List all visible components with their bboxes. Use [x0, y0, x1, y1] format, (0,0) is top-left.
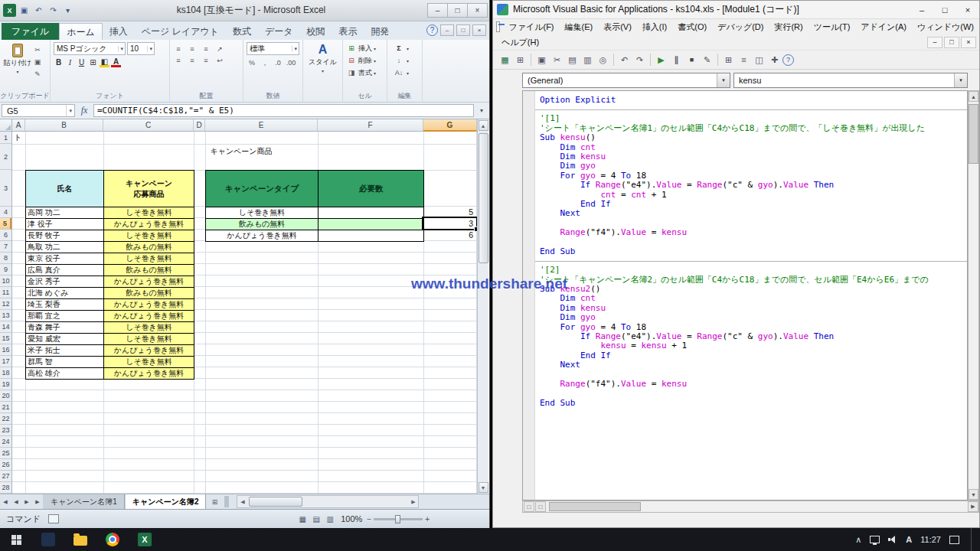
fill-color-icon[interactable]: ◧	[100, 57, 109, 67]
vba-horizontal-scroll-thumb[interactable]	[549, 502, 641, 511]
underline-button[interactable]: U	[77, 57, 87, 67]
col-header-A[interactable]: A	[12, 119, 25, 132]
save-icon[interactable]: ▣	[18, 4, 31, 17]
vba-code[interactable]: Option Explicit'[1]'シート「キャンペーン名簿1」のセル範囲「…	[535, 91, 967, 500]
code-line[interactable]: Range("f4").Value = kensu	[540, 380, 967, 389]
row-header-17[interactable]: 17	[0, 356, 11, 367]
header-name[interactable]: 氏名	[26, 171, 104, 207]
ribbon-tab[interactable]: 数式	[226, 23, 258, 40]
row-header-3[interactable]: 3	[0, 170, 11, 207]
maximize-button[interactable]: □	[447, 3, 468, 18]
align-bottom-icon[interactable]: ≡	[201, 44, 211, 54]
code-line[interactable]: Option Explicit	[540, 96, 967, 105]
taskbar-excel[interactable]: X	[129, 528, 161, 551]
cell-name[interactable]: 長野 牧子	[26, 230, 104, 242]
vba-scroll-down-icon[interactable]: ▼	[969, 489, 978, 500]
redo-icon[interactable]: ↷	[632, 53, 647, 67]
ribbon-tab[interactable]: 表示	[332, 23, 364, 40]
fill-button[interactable]: ↓▾	[390, 54, 419, 67]
qat-customize-icon[interactable]: ▾	[61, 4, 74, 17]
name-box[interactable]: G5▾	[2, 104, 75, 117]
cell-name[interactable]: 那覇 宜之	[26, 311, 104, 322]
prev-sheet-icon[interactable]: ◀	[11, 494, 21, 509]
row-header-2[interactable]: 2	[0, 144, 11, 170]
vertical-scroll-thumb[interactable]	[479, 133, 488, 263]
procedure-view-icon[interactable]: □	[524, 501, 534, 512]
cell-name[interactable]: 高岡 功二	[26, 207, 104, 219]
zoom-out-icon[interactable]: −	[367, 515, 371, 523]
row-header-10[interactable]: 10	[0, 276, 11, 287]
menu-item[interactable]: ウィンドウ(W)	[912, 20, 979, 34]
ribbon-tab[interactable]: 挿入	[103, 23, 135, 40]
menu-item[interactable]: 挿入(I)	[637, 20, 672, 34]
cell-needed[interactable]	[318, 230, 424, 242]
cell-name[interactable]: 青森 舞子	[26, 322, 104, 334]
comma-icon[interactable]: ,	[260, 57, 270, 67]
menu-item[interactable]: アドイン(A)	[855, 20, 912, 34]
scroll-right-icon[interactable]: ▶	[408, 496, 418, 507]
page-break-view-icon[interactable]: ▥	[324, 514, 336, 524]
autosum-button[interactable]: Σ▾	[390, 42, 419, 54]
font-name-dropdown-icon[interactable]: ▾	[118, 46, 125, 52]
cell-campaign[interactable]: しそ巻き無料	[104, 334, 194, 345]
col-header-D[interactable]: D	[194, 119, 205, 132]
cell-name[interactable]: 北海 めぐみ	[26, 288, 104, 299]
cell-count-value[interactable]: 6	[423, 230, 476, 241]
child-close-button[interactable]: ×	[961, 37, 976, 48]
dropdown-icon[interactable]: ▾	[374, 70, 376, 76]
cell-campaign[interactable]: 飲みもの無料	[104, 265, 194, 276]
find-icon[interactable]: ◎	[596, 53, 610, 67]
cell-name[interactable]: 埼玉 梨香	[26, 299, 104, 311]
format-painter-icon[interactable]: ✎	[32, 69, 43, 79]
dropdown-icon[interactable]: ▾	[374, 46, 376, 51]
cell-name[interactable]: 金沢 秀子	[26, 276, 104, 288]
font-color-icon[interactable]: A	[111, 57, 121, 67]
object-browser-icon[interactable]: ◫	[752, 53, 766, 67]
vba-scroll-right-icon[interactable]: ▶	[968, 501, 978, 512]
macro-record-icon[interactable]	[48, 514, 59, 523]
ribbon-tab[interactable]: ホーム	[59, 23, 103, 40]
cell-campaign-type[interactable]: しそ巻き無料	[206, 207, 318, 219]
menu-item[interactable]: 表示(V)	[598, 20, 637, 34]
row-header-27[interactable]: 27	[0, 471, 11, 482]
child-restore-button[interactable]: □	[944, 37, 959, 48]
number-format-dropdown-icon[interactable]: ▾	[292, 46, 299, 52]
row-header-26[interactable]: 26	[0, 459, 11, 471]
menu-item[interactable]: ツール(T)	[808, 20, 856, 34]
undo-icon[interactable]: ↶	[32, 4, 45, 17]
paste-dropdown-icon[interactable]: ▾	[16, 69, 18, 74]
scroll-up-icon[interactable]: ▲	[479, 120, 488, 131]
bold-button[interactable]: B	[54, 57, 64, 67]
cell-campaign[interactable]: しそ巻き無料	[104, 207, 194, 219]
scroll-down-icon[interactable]: ▼	[479, 482, 488, 493]
cells-button[interactable]: ◨書式▾	[346, 67, 384, 79]
code-pane[interactable]: Option Explicit'[1]'シート「キャンペーン名簿1」のセル範囲「…	[522, 90, 968, 500]
paste-button[interactable]: 貼り付け ▾	[3, 42, 32, 92]
row-header-16[interactable]: 16	[0, 344, 11, 356]
ribbon-tab[interactable]: ページ レイアウト	[135, 23, 226, 40]
full-module-view-icon[interactable]: □	[535, 501, 546, 512]
tab-split-handle[interactable]	[224, 496, 229, 507]
col-header-B[interactable]: B	[25, 119, 103, 132]
cell-campaign-type[interactable]: かんぴょう巻き無料	[206, 230, 318, 242]
cell-campaign[interactable]: 飲みもの無料	[104, 288, 194, 299]
cell-campaign[interactable]: かんぴょう巻き無料	[104, 276, 194, 288]
file-tab[interactable]: ファイル	[2, 23, 59, 40]
row-header-1[interactable]: 1	[0, 132, 11, 144]
toolbox-icon[interactable]: ✚	[767, 53, 782, 67]
code-line[interactable]: Dim kensu	[540, 304, 967, 313]
help-icon[interactable]: ?	[426, 24, 438, 36]
cell-campaign-type[interactable]: 飲みもの無料	[206, 219, 318, 230]
cell-campaign[interactable]: かんぴょう巻き無料	[104, 345, 194, 357]
formula-expand-icon[interactable]: ▾	[475, 104, 488, 117]
wrap-text-icon[interactable]: ↩	[214, 55, 225, 65]
code-indicator-margin[interactable]	[523, 91, 535, 500]
code-line[interactable]: 'シート「キャンペーン名簿1」のセル範囲「C4からC18」までの間で、「しそ巻き…	[540, 124, 967, 133]
workbook-restore-button[interactable]: □	[456, 24, 470, 36]
cell-name[interactable]: 米子 拓士	[26, 345, 104, 357]
row-header-25[interactable]: 25	[0, 448, 11, 459]
run-icon[interactable]: ▶	[654, 53, 668, 67]
row-header-15[interactable]: 15	[0, 333, 11, 344]
menu-item[interactable]: 編集(E)	[560, 20, 599, 34]
row-header-24[interactable]: 24	[0, 436, 11, 448]
